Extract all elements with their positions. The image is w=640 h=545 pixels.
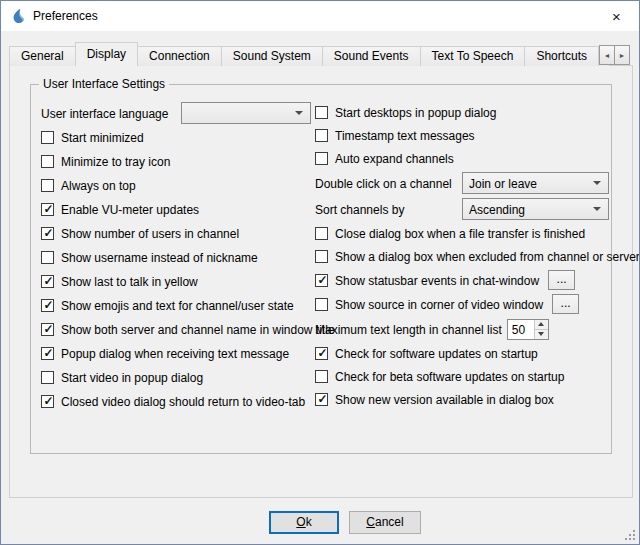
checkbox-close-on-file-transfer[interactable]: Close dialog box when a file transfer is…	[315, 222, 609, 245]
checkbox-label: Show number of users in channel	[61, 226, 239, 241]
checkbox-icon[interactable]	[315, 298, 328, 311]
checkbox-label: Show emojis and text for channel/user st…	[61, 298, 294, 313]
cancel-button[interactable]: Cancel	[349, 511, 421, 534]
max-text-length-label: Maximum text length in channel list	[315, 322, 502, 337]
checkbox-label: Show both server and channel name in win…	[61, 322, 335, 337]
tab-text-to-speech[interactable]: Text To Speech	[420, 46, 526, 66]
max-text-length-spinner[interactable]: 50	[507, 319, 549, 340]
checkbox-icon	[41, 371, 54, 384]
checkbox-video-return-tab[interactable]: Closed video dialog should return to vid…	[41, 389, 311, 413]
checkbox-software-updates[interactable]: Check for software updates on startup	[315, 342, 609, 365]
spin-up-icon[interactable]	[535, 320, 548, 330]
checkbox-icon	[315, 250, 328, 263]
double-click-value: Join or leave	[469, 176, 587, 191]
checkbox-auto-expand-channels[interactable]: Auto expand channels	[315, 147, 609, 170]
checkbox-start-minimized[interactable]: Start minimized	[41, 125, 311, 149]
tab-connection[interactable]: Connection	[137, 46, 222, 66]
checkbox-label: Show new version available in dialog box	[335, 392, 554, 407]
tab-scroller: ◄ ►	[599, 45, 630, 65]
statusbar-events-row: Show statusbar events in chat-window ...	[315, 268, 609, 292]
checkbox-minimize-to-tray[interactable]: Minimize to tray icon	[41, 149, 311, 173]
checkbox-label: Show a dialog box when excluded from cha…	[335, 249, 640, 264]
group-title: User Interface Settings	[39, 77, 169, 91]
double-click-label: Double click on a channel	[315, 176, 452, 191]
checkbox-label: Enable VU-meter updates	[61, 202, 199, 217]
checkbox-label: Check for software updates on startup	[335, 346, 538, 361]
right-column: Start desktops in popup dialog Timestamp…	[315, 101, 609, 411]
language-label: User interface language	[41, 106, 168, 121]
checkbox-timestamp-messages[interactable]: Timestamp text messages	[315, 124, 609, 147]
language-combobox[interactable]	[181, 102, 311, 124]
checkbox-show-username[interactable]: Show username instead of nickname	[41, 245, 311, 269]
sort-channels-combobox[interactable]: Ascending	[462, 198, 609, 220]
tab-shortcuts[interactable]: Shortcuts	[524, 46, 599, 66]
checkbox-icon	[41, 299, 54, 312]
chevron-down-icon	[593, 207, 601, 211]
checkbox-beta-updates[interactable]: Check for beta software updates on start…	[315, 365, 609, 388]
checkbox-label: Auto expand channels	[335, 151, 454, 166]
tab-display[interactable]: Display	[75, 42, 138, 66]
sort-channels-value: Ascending	[469, 202, 587, 217]
checkbox-icon	[315, 370, 328, 383]
checkbox-icon	[41, 251, 54, 264]
checkbox-label: Popup dialog when receiving text message	[61, 346, 289, 361]
tab-scroll-left-icon[interactable]: ◄	[599, 45, 615, 65]
sort-channels-row: Sort channels by Ascending	[315, 196, 609, 222]
ok-button[interactable]: Ok	[269, 511, 339, 534]
checkbox-icon	[315, 152, 328, 165]
sort-channels-label: Sort channels by	[315, 202, 404, 217]
checkbox-vu-meter-updates[interactable]: Enable VU-meter updates	[41, 197, 311, 221]
checkbox-desktops-popup[interactable]: Start desktops in popup dialog	[315, 101, 609, 124]
checkbox-label: Close dialog box when a file transfer is…	[335, 226, 585, 241]
tab-scroll-right-icon[interactable]: ►	[614, 45, 630, 65]
checkbox-new-version-dialog[interactable]: Show new version available in dialog box	[315, 388, 609, 411]
checkbox-popup-text-message[interactable]: Popup dialog when receiving text message	[41, 341, 311, 365]
checkbox-label: Start video in popup dialog	[61, 370, 203, 385]
checkbox-label: Timestamp text messages	[335, 128, 475, 143]
checkbox-icon	[41, 227, 54, 240]
checkbox-icon	[41, 131, 54, 144]
checkbox-show-user-count[interactable]: Show number of users in channel	[41, 221, 311, 245]
tab-sound-system[interactable]: Sound System	[221, 46, 323, 66]
checkbox-icon	[315, 227, 328, 240]
resize-grip[interactable]	[624, 529, 636, 541]
chevron-down-icon	[593, 181, 601, 185]
checkbox-video-popup[interactable]: Start video in popup dialog	[41, 365, 311, 389]
checkbox-icon	[41, 395, 54, 408]
double-click-row: Double click on a channel Join or leave	[315, 170, 609, 196]
checkbox-label: Show username instead of nickname	[61, 250, 258, 265]
tab-sound-events[interactable]: Sound Events	[322, 46, 421, 66]
checkbox-last-talk-yellow[interactable]: Show last to talk in yellow	[41, 269, 311, 293]
video-source-row: Show source in corner of video window ..…	[315, 292, 609, 316]
chevron-down-icon	[295, 111, 303, 115]
checkbox-icon	[41, 203, 54, 216]
checkbox-emojis-text-state[interactable]: Show emojis and text for channel/user st…	[41, 293, 311, 317]
checkbox-label: Minimize to tray icon	[61, 154, 170, 169]
checkbox-label: Start minimized	[61, 130, 144, 145]
statusbar-events-more-button[interactable]: ...	[548, 270, 575, 290]
ok-button-label: Ok	[296, 515, 311, 529]
checkbox-icon[interactable]	[315, 274, 328, 287]
checkbox-server-channel-in-title[interactable]: Show both server and channel name in win…	[41, 317, 311, 341]
tab-bar: General Display Connection Sound System …	[9, 42, 609, 66]
checkbox-excluded-dialog[interactable]: Show a dialog box when excluded from cha…	[315, 245, 609, 268]
max-text-length-value: 50	[508, 320, 534, 339]
double-click-combobox[interactable]: Join or leave	[462, 172, 609, 194]
checkbox-icon	[41, 155, 54, 168]
checkbox-label: Check for beta software updates on start…	[335, 369, 564, 384]
checkbox-icon	[315, 106, 328, 119]
video-source-more-button[interactable]: ...	[552, 294, 579, 314]
checkbox-icon	[315, 393, 328, 406]
tab-general[interactable]: General	[9, 46, 76, 66]
checkbox-label: Show last to talk in yellow	[61, 274, 198, 289]
spinner-arrows	[534, 320, 548, 339]
checkbox-label: Always on top	[61, 178, 136, 193]
close-icon[interactable]: ×	[594, 1, 639, 31]
checkbox-always-on-top[interactable]: Always on top	[41, 173, 311, 197]
checkbox-label: Closed video dialog should return to vid…	[61, 394, 305, 409]
titlebar[interactable]: Preferences ×	[1, 1, 639, 31]
checkbox-label: Show source in corner of video window	[335, 297, 543, 312]
checkbox-icon	[41, 323, 54, 336]
checkbox-icon	[315, 129, 328, 142]
spin-down-icon[interactable]	[535, 330, 548, 339]
